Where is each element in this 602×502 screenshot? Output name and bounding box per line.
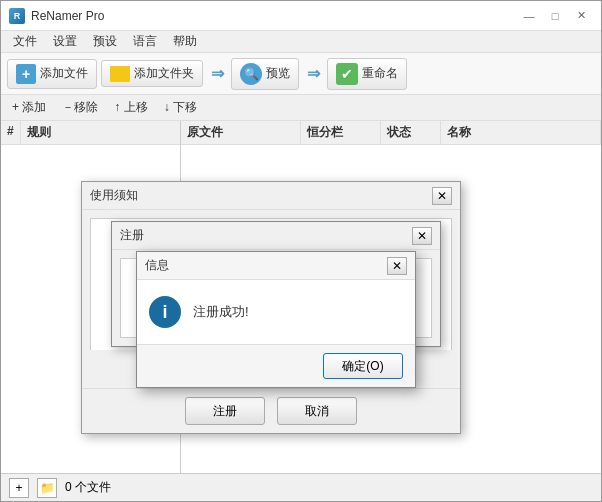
files-col-original: 原文件 xyxy=(181,121,301,144)
info-body: i 注册成功! xyxy=(137,280,415,344)
info-title-bar: 信息 ✕ xyxy=(137,252,415,280)
sub-add-button[interactable]: + 添加 xyxy=(5,96,53,119)
notice-title-bar: 使用须知 ✕ xyxy=(82,182,460,210)
main-window: R ReNamer Pro — □ ✕ 文件 设置 预设 语言 帮助 + 添加文… xyxy=(0,0,602,502)
info-message: 注册成功! xyxy=(193,303,249,321)
title-controls: — □ ✕ xyxy=(517,7,593,25)
files-col-status: 状态 xyxy=(381,121,441,144)
file-count: 0 个文件 xyxy=(65,479,111,496)
rename-icon: ✔ xyxy=(336,63,358,85)
sub-up-button[interactable]: ↑ 上移 xyxy=(107,96,154,119)
info-ok-button[interactable]: 确定(O) xyxy=(323,353,403,379)
info-footer: 确定(O) xyxy=(137,344,415,387)
info-dialog: 信息 ✕ i 注册成功! 确定(O) xyxy=(136,251,416,388)
info-icon: i xyxy=(149,296,181,328)
sub-toolbar: + 添加 －移除 ↑ 上移 ↓ 下移 xyxy=(1,95,601,121)
reg-close-button[interactable]: ✕ xyxy=(412,227,432,245)
register-button[interactable]: 注册 xyxy=(185,397,265,425)
preview-icon: 🔍 xyxy=(240,63,262,85)
add-file-button[interactable]: + 添加文件 xyxy=(7,59,97,89)
add-file-label: 添加文件 xyxy=(40,65,88,82)
status-icon-1[interactable]: + xyxy=(9,478,29,498)
arrow-icon-2: ⇒ xyxy=(303,64,323,84)
close-button[interactable]: ✕ xyxy=(569,7,593,25)
files-header: 原文件 恒分栏 状态 名称 xyxy=(181,121,601,145)
toolbar: + 添加文件 添加文件夹 ⇒ 🔍 预览 ⇒ ✔ 重命名 xyxy=(1,53,601,95)
status-icon-2[interactable]: 📁 xyxy=(37,478,57,498)
menu-item-help[interactable]: 帮助 xyxy=(165,31,205,52)
info-close-button[interactable]: ✕ xyxy=(387,257,407,275)
notice-close-button[interactable]: ✕ xyxy=(432,187,452,205)
add-folder-button[interactable]: 添加文件夹 xyxy=(101,60,203,87)
add-folder-label: 添加文件夹 xyxy=(134,65,194,82)
reg-title: 注册 xyxy=(120,227,412,244)
rules-header: # 规则 xyxy=(1,121,180,145)
preview-button[interactable]: 🔍 预览 xyxy=(231,58,299,90)
menu-item-presets[interactable]: 预设 xyxy=(85,31,125,52)
notice-footer: 注册 取消 xyxy=(82,388,460,433)
menu-item-language[interactable]: 语言 xyxy=(125,31,165,52)
menu-bar: 文件 设置 预设 语言 帮助 xyxy=(1,31,601,53)
rules-col-rule: 规则 xyxy=(21,121,57,144)
content-area: # 规则 原文件 恒分栏 状态 名称 使用须知 ✕ 接受 xyxy=(1,121,601,473)
preview-label: 预览 xyxy=(266,65,290,82)
files-col-name: 名称 xyxy=(441,121,601,144)
minimize-button[interactable]: — xyxy=(517,7,541,25)
rules-col-number: # xyxy=(1,121,21,144)
status-bar: + 📁 0 个文件 xyxy=(1,473,601,501)
add-file-icon: + xyxy=(16,64,36,84)
sub-remove-button[interactable]: －移除 xyxy=(55,96,105,119)
title-bar: R ReNamer Pro — □ ✕ xyxy=(1,1,601,31)
rename-button[interactable]: ✔ 重命名 xyxy=(327,58,407,90)
cancel-button[interactable]: 取消 xyxy=(277,397,357,425)
sub-down-button[interactable]: ↓ 下移 xyxy=(157,96,204,119)
menu-item-file[interactable]: 文件 xyxy=(5,31,45,52)
app-icon: R xyxy=(9,8,25,24)
app-title: ReNamer Pro xyxy=(31,9,517,23)
reg-title-bar: 注册 ✕ xyxy=(112,222,440,250)
rename-label: 重命名 xyxy=(362,65,398,82)
arrow-icon-1: ⇒ xyxy=(207,64,227,84)
maximize-button[interactable]: □ xyxy=(543,7,567,25)
info-title: 信息 xyxy=(145,257,387,274)
menu-item-settings[interactable]: 设置 xyxy=(45,31,85,52)
files-col-divider: 恒分栏 xyxy=(301,121,381,144)
folder-icon xyxy=(110,66,130,82)
notice-title: 使用须知 xyxy=(90,187,432,204)
